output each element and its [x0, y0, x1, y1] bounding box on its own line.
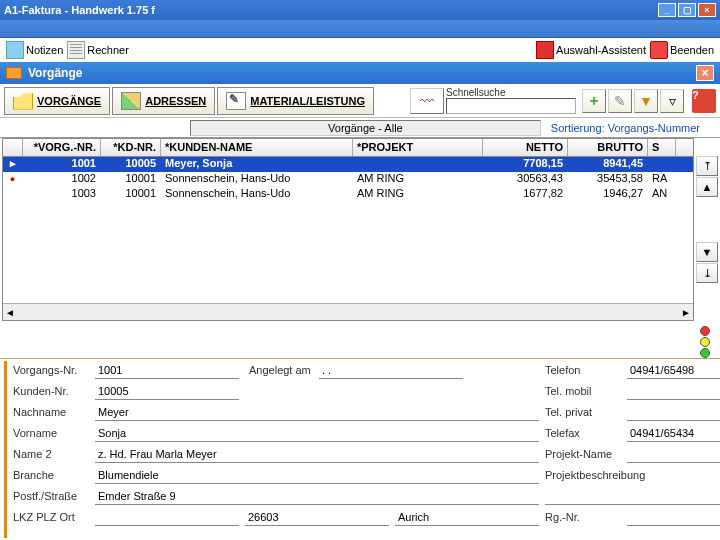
tab-vorgaenge[interactable]: VORGÄNGE	[4, 87, 110, 115]
nav-up-button[interactable]: ▲	[696, 177, 718, 197]
input-vorname[interactable]	[95, 425, 539, 442]
table-row[interactable]: 1002 10001 Sonnenschein, Hans-Udo AM RIN…	[3, 172, 693, 187]
label-post: Postf./Straße	[13, 490, 95, 502]
cell-name: Meyer, Sonja	[161, 157, 353, 172]
input-plz[interactable]	[245, 509, 389, 526]
input-branche[interactable]	[95, 467, 539, 484]
listing-title: Vorgänge - Alle	[190, 120, 541, 136]
note-button[interactable]: ✎	[608, 89, 632, 113]
traffic-green-icon	[700, 348, 710, 358]
grid-header: *VORG.-NR. *KD-NR. *KUNDEN-NAME *PROJEKT…	[3, 139, 693, 157]
notizen-button[interactable]: Notizen	[6, 41, 63, 59]
label-mobil: Tel. mobil	[545, 385, 627, 397]
data-grid[interactable]: *VORG.-NR. *KD-NR. *KUNDEN-NAME *PROJEKT…	[2, 138, 694, 321]
help-button[interactable]: ?	[692, 89, 716, 113]
cell-vorg: 1001	[23, 157, 101, 172]
grid-header-netto[interactable]: NETTO	[483, 139, 568, 156]
menu-bar[interactable]	[0, 20, 720, 38]
input-angelegt[interactable]	[319, 362, 463, 379]
nav-first-button[interactable]: ⤒	[696, 156, 718, 176]
tab-adressen[interactable]: ADRESSEN	[112, 87, 215, 115]
input-lkz[interactable]	[95, 509, 239, 526]
grid-header-brutto[interactable]: BRUTTO	[568, 139, 648, 156]
window-titlebar: A1-Faktura - Handwerk 1.75 f _ ▢ ×	[0, 0, 720, 20]
cell-proj: AM RING	[353, 172, 483, 187]
input-post[interactable]	[95, 488, 539, 505]
input-name2[interactable]	[95, 446, 539, 463]
nav-down-button[interactable]: ▼	[696, 242, 718, 262]
row-marker	[3, 172, 23, 187]
cell-proj: AM RING	[353, 187, 483, 202]
beenden-button[interactable]: Beenden	[650, 41, 714, 59]
assistant-icon	[536, 41, 554, 59]
sort-label[interactable]: Sortierung: Vorgangs-Nummer	[551, 122, 720, 134]
label-name2: Name 2	[13, 448, 95, 460]
auswahl-label: Auswahl-Assistent	[556, 44, 646, 56]
grid-header-name[interactable]: *KUNDEN-NAME	[161, 139, 353, 156]
label-tel: Telefon	[545, 364, 627, 376]
grid-header-kd[interactable]: *KD-NR.	[101, 139, 161, 156]
grid-header-s[interactable]: S	[648, 139, 676, 156]
grid-scrollbar[interactable]: ◄►	[3, 303, 693, 320]
quick-search-label: Schnellsuche	[446, 87, 576, 98]
notizen-label: Notizen	[26, 44, 63, 56]
label-privat: Tel. privat	[545, 406, 627, 418]
window-title: A1-Faktura - Handwerk 1.75 f	[4, 4, 155, 16]
tab-material[interactable]: MATERIAL/LEISTUNG	[217, 87, 374, 115]
cell-netto: 7708,15	[483, 157, 568, 172]
funnel-button[interactable]: ▿	[660, 89, 684, 113]
status-traffic-light	[700, 326, 714, 358]
cell-brutto: 1946,27	[568, 187, 648, 202]
subwindow-titlebar: Vorgänge ×	[0, 62, 720, 84]
cell-s	[648, 157, 676, 172]
add-button[interactable]: ＋	[582, 89, 606, 113]
grid-body[interactable]: 1001 10005 Meyer, Sonja 7708,15 8941,45 …	[3, 157, 693, 303]
input-rg[interactable]	[627, 509, 720, 526]
cell-name: Sonnenschein, Hans-Udo	[161, 172, 353, 187]
material-icon	[226, 92, 246, 110]
table-row[interactable]: 1001 10005 Meyer, Sonja 7708,15 8941,45	[3, 157, 693, 172]
label-fax: Telefax	[545, 427, 627, 439]
input-fax[interactable]	[627, 425, 720, 442]
grid-header-marker[interactable]	[3, 139, 23, 156]
label-projekt-beschr: Projektbeschreibung	[545, 469, 675, 481]
rechner-button[interactable]: Rechner	[67, 41, 129, 59]
auswahl-assistent-button[interactable]: Auswahl-Assistent	[536, 41, 646, 59]
address-icon	[121, 92, 141, 110]
input-privat[interactable]	[627, 404, 720, 421]
grid-header-projekt[interactable]: *PROJEKT	[353, 139, 483, 156]
input-projekt-beschr[interactable]	[545, 488, 720, 505]
quick-search-input[interactable]	[446, 98, 576, 114]
input-tel[interactable]	[627, 362, 720, 379]
nav-last-button[interactable]: ⤓	[696, 263, 718, 283]
close-button[interactable]: ×	[698, 3, 716, 17]
filter-button[interactable]: ▼	[634, 89, 658, 113]
tab-adressen-label: ADRESSEN	[145, 95, 206, 107]
tab-material-label: MATERIAL/LEISTUNG	[250, 95, 365, 107]
row-marker	[3, 157, 23, 172]
minimize-button[interactable]: _	[658, 3, 676, 17]
input-nachname[interactable]	[95, 404, 539, 421]
label-kunden: Kunden-Nr.	[13, 385, 95, 397]
cell-netto: 30563,43	[483, 172, 568, 187]
app-toolbar: Notizen Rechner Auswahl-Assistent Beende…	[0, 38, 720, 62]
main-tabs: VORGÄNGE ADRESSEN MATERIAL/LEISTUNG 〰 Sc…	[0, 84, 720, 118]
exit-icon	[650, 41, 668, 59]
maximize-button[interactable]: ▢	[678, 3, 696, 17]
chart-button[interactable]: 〰	[410, 88, 444, 114]
input-mobil[interactable]	[627, 383, 720, 400]
input-projekt-name[interactable]	[627, 446, 720, 463]
grid-header-vorg[interactable]: *VORG.-NR.	[23, 139, 101, 156]
table-row[interactable]: 1003 10001 Sonnenschein, Hans-Udo AM RIN…	[3, 187, 693, 202]
cell-kd: 10001	[101, 172, 161, 187]
subwindow-title: Vorgänge	[28, 66, 82, 80]
cell-brutto: 35453,58	[568, 172, 648, 187]
input-kunden[interactable]	[95, 383, 239, 400]
input-vorg[interactable]	[95, 362, 239, 379]
cell-netto: 1677,82	[483, 187, 568, 202]
cell-name: Sonnenschein, Hans-Udo	[161, 187, 353, 202]
subwindow-close-button[interactable]: ×	[696, 65, 714, 81]
input-ort[interactable]	[395, 509, 539, 526]
grid-nav-buttons: ⤒ ▲ ▼ ⤓	[696, 138, 720, 358]
traffic-yellow-icon	[700, 337, 710, 347]
